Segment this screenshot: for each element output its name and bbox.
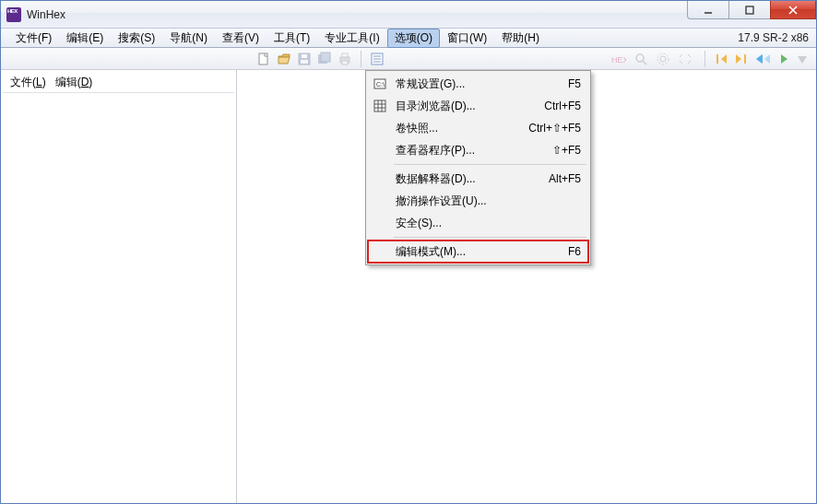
toolbar-separator [361,51,361,67]
save-icon[interactable] [296,51,313,67]
svg-point-21 [657,53,669,64]
menu-help[interactable]: 帮助(H) [494,29,547,48]
dd-data-interpreter[interactable]: 数据解释器(D)... Alt+F5 [368,168,588,190]
expand-icon[interactable] [677,51,693,67]
toolbar: HEX [1,48,816,70]
find-icon[interactable] [633,51,649,67]
menu-window[interactable]: 窗口(W) [440,29,494,48]
nav-back-icon[interactable] [753,51,770,67]
nav-down-icon[interactable] [794,51,811,67]
menu-pro[interactable]: 专业工具(I) [317,29,386,48]
dd-general-settings[interactable]: C:\ 常规设置(G)... F5 [368,73,588,95]
grid-icon [373,99,387,113]
nav-last-icon[interactable] [733,51,750,67]
menu-file[interactable]: 文件(F) [8,29,59,48]
window-controls [688,1,816,28]
dd-dir-browser[interactable]: 目录浏览器(D)... Ctrl+F5 [368,95,588,117]
svg-text:C:\: C:\ [376,81,385,88]
properties-icon[interactable] [369,51,385,67]
open-folder-icon[interactable] [276,51,292,67]
settings-icon[interactable] [655,51,671,67]
nav-forward-icon[interactable] [774,51,790,67]
menu-view[interactable]: 查看(V) [215,29,266,48]
svg-rect-12 [342,61,348,64]
dd-volume-snapshot[interactable]: 卷快照... Ctrl+⇧+F5 [368,117,588,139]
options-dropdown: C:\ 常规设置(G)... F5 目录浏览器(D)... Ctrl+F5 卷快… [365,70,591,265]
menu-tools[interactable]: 工具(T) [266,29,317,48]
svg-point-20 [660,56,666,62]
dd-undo-settings[interactable]: 撤消操作设置(U)... [368,190,588,212]
side-tab-edit[interactable]: 编辑(D) [55,75,93,90]
side-panel: 文件(L) 编辑(D) [1,70,237,503]
hex-icon[interactable]: HEX [610,51,627,67]
svg-point-18 [636,54,644,62]
menu-options[interactable]: 选项(O) [387,29,440,48]
dropdown-separator [394,237,586,238]
toolbar-separator [705,51,705,67]
svg-rect-4 [259,53,267,64]
version-label: 17.9 SR-2 x86 [738,31,812,44]
terminal-icon: C:\ [373,76,387,91]
menu-search[interactable]: 搜索(S) [111,29,162,48]
save-all-icon[interactable] [316,51,333,67]
main-panel: C:\ 常规设置(G)... F5 目录浏览器(D)... Ctrl+F5 卷快… [237,70,816,503]
dropdown-separator [394,164,586,165]
menu-nav[interactable]: 导航(N) [162,29,215,48]
new-file-icon[interactable] [255,51,272,67]
svg-text:HEX: HEX [611,55,626,64]
svg-rect-22 [716,54,718,64]
svg-rect-26 [374,100,385,111]
svg-rect-23 [744,54,746,64]
print-icon[interactable] [337,51,353,67]
side-tab-file[interactable]: 文件(L) [10,75,46,90]
minimize-button[interactable] [687,1,729,19]
svg-rect-9 [321,53,330,62]
svg-rect-11 [342,53,348,57]
window-title: WinHex [27,8,65,21]
svg-line-19 [643,61,646,64]
dd-security[interactable]: 安全(S)... [368,212,588,234]
svg-rect-6 [301,60,308,64]
app-icon [6,7,21,22]
workspace: 文件(L) 编辑(D) C:\ 常规设置(G)... F5 目录浏览器(D)..… [1,70,816,503]
side-tabs: 文件(L) 编辑(D) [1,70,236,90]
menu-edit[interactable]: 编辑(E) [59,29,111,48]
nav-first-icon[interactable] [713,51,729,67]
menu-bar: 文件(F) 编辑(E) 搜索(S) 导航(N) 查看(V) 工具(T) 专业工具… [1,29,816,48]
title-bar: WinHex [1,1,816,29]
dd-viewer-programs[interactable]: 查看器程序(P)... ⇧+F5 [368,139,588,161]
maximize-button[interactable] [728,1,771,19]
dd-edit-mode[interactable]: 编辑模式(M)... F6 [368,240,588,263]
close-button[interactable] [770,1,816,19]
svg-rect-7 [302,54,307,58]
svg-rect-1 [746,6,753,14]
side-panel-body [3,92,234,501]
